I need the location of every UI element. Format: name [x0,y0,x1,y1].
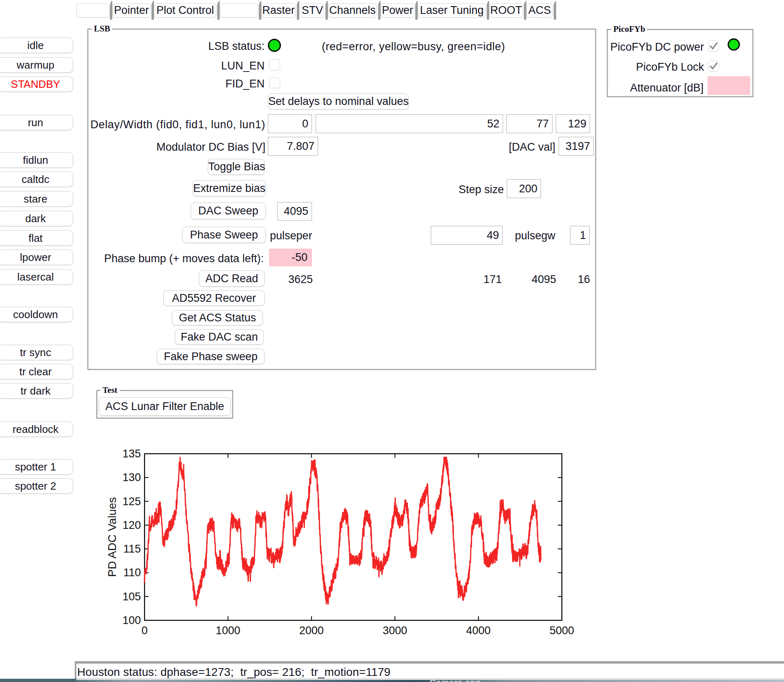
svg-text:PD ADC Values: PD ADC Values [106,497,118,577]
svg-text:0: 0 [141,624,147,637]
svg-text:135: 135 [122,448,141,460]
svg-text:4000: 4000 [466,624,491,637]
svg-text:120: 120 [122,519,141,531]
svg-text:110: 110 [123,566,141,579]
svg-text:5000: 5000 [550,624,574,637]
svg-text:125: 125 [122,495,141,508]
svg-text:115: 115 [123,543,141,555]
svg-text:1000: 1000 [216,624,240,637]
svg-text:105: 105 [122,591,141,603]
svg-text:100: 100 [122,614,141,626]
svg-text:3000: 3000 [383,624,407,637]
svg-text:2000: 2000 [299,624,324,637]
svg-text:130: 130 [122,471,141,484]
